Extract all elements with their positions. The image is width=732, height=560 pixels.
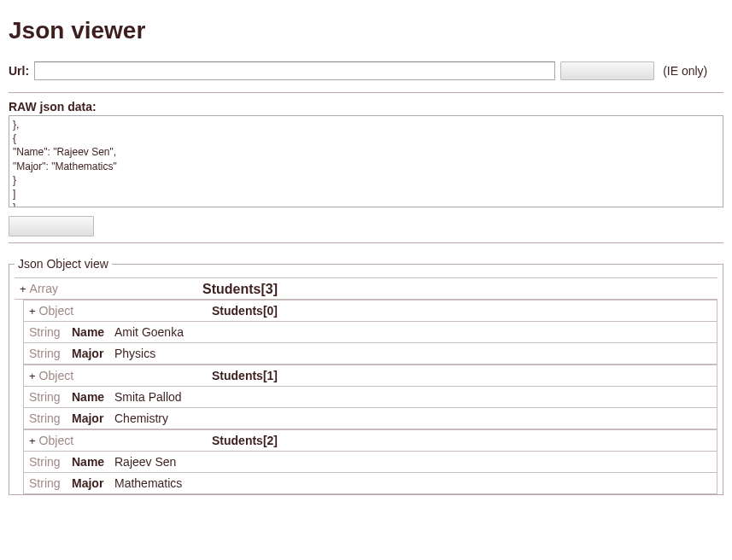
property-key: Major bbox=[72, 476, 109, 490]
type-string-label: String bbox=[29, 411, 67, 425]
object-node-key: Students[0] bbox=[212, 304, 278, 318]
page-title: Json viewer bbox=[9, 17, 723, 44]
object-view-legend: Json Object view bbox=[15, 257, 112, 271]
type-object-label: Object bbox=[39, 369, 73, 382]
type-object-label: Object bbox=[39, 434, 73, 447]
property-key: Name bbox=[72, 390, 109, 404]
property-value: Physics bbox=[114, 347, 155, 360]
array-node-header: + Array Students[3] bbox=[15, 278, 717, 300]
type-string-label: String bbox=[29, 325, 67, 339]
type-array-label: Array bbox=[30, 282, 58, 295]
parse-button[interactable] bbox=[9, 216, 94, 236]
type-object-label: Object bbox=[39, 304, 73, 318]
url-input[interactable] bbox=[34, 61, 555, 80]
expand-toggle[interactable]: + bbox=[29, 370, 36, 382]
property-row: String Major Physics bbox=[24, 343, 717, 365]
expand-toggle[interactable]: + bbox=[29, 435, 36, 447]
expand-toggle[interactable]: + bbox=[29, 305, 36, 318]
property-row: String Name Rajeev Sen bbox=[24, 452, 717, 473]
property-value: Amit Goenka bbox=[114, 325, 184, 339]
property-row: String Major Chemistry bbox=[24, 408, 717, 429]
object-node-key: Students[2] bbox=[212, 434, 278, 447]
property-value: Mathematics bbox=[114, 476, 182, 490]
property-value: Chemistry bbox=[114, 411, 168, 425]
expand-toggle[interactable]: + bbox=[20, 283, 26, 295]
property-value: Rajeev Sen bbox=[114, 455, 176, 469]
json-object-view: Json Object view + Array Students[3] + O… bbox=[9, 257, 723, 495]
load-url-button[interactable] bbox=[560, 61, 654, 80]
ie-only-note: (IE only) bbox=[663, 64, 707, 78]
property-value: Smita Pallod bbox=[114, 390, 182, 404]
object-node-key: Students[1] bbox=[212, 369, 278, 382]
tree-root: + Array Students[3] + Object Students[0]… bbox=[15, 277, 717, 494]
property-row: String Name Smita Pallod bbox=[24, 387, 717, 408]
type-string-label: String bbox=[29, 390, 67, 404]
divider bbox=[9, 242, 723, 243]
object-node: + Object Students[1] String Name Smita P… bbox=[23, 365, 717, 429]
type-string-label: String bbox=[29, 455, 67, 469]
object-node: + Object Students[2] String Name Rajeev … bbox=[23, 429, 717, 494]
object-node-header: + Object Students[2] bbox=[24, 430, 717, 452]
type-string-label: String bbox=[29, 476, 67, 490]
array-children: + Object Students[0] String Name Amit Go… bbox=[15, 300, 717, 494]
object-node-header: + Object Students[1] bbox=[24, 365, 717, 387]
raw-label: RAW json data: bbox=[9, 100, 723, 114]
object-node-header: + Object Students[0] bbox=[24, 300, 717, 322]
object-node: + Object Students[0] String Name Amit Go… bbox=[23, 300, 717, 365]
type-string-label: String bbox=[29, 347, 67, 360]
raw-json-textarea[interactable] bbox=[9, 115, 723, 207]
property-row: String Name Amit Goenka bbox=[24, 322, 717, 343]
property-key: Major bbox=[72, 411, 109, 425]
raw-actions bbox=[9, 216, 723, 239]
url-label: Url: bbox=[9, 64, 29, 78]
array-node-key: Students[3] bbox=[202, 282, 278, 297]
property-row: String Major Mathematics bbox=[24, 473, 717, 494]
url-row: Url: (IE only) bbox=[9, 61, 723, 80]
property-key: Name bbox=[72, 325, 109, 339]
property-key: Name bbox=[72, 455, 109, 469]
divider bbox=[9, 92, 723, 93]
property-key: Major bbox=[72, 347, 109, 360]
